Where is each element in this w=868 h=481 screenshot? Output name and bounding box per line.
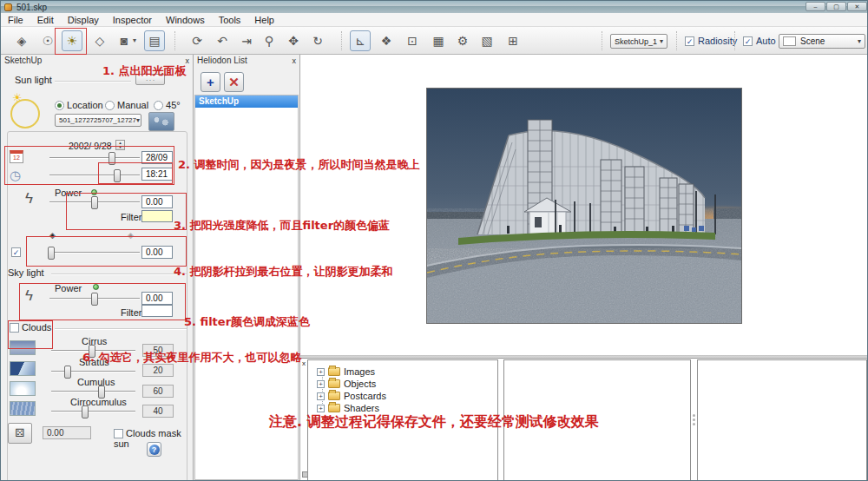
catalog-preview-pane: [697, 359, 867, 481]
camera-settings-icon[interactable]: ⊡: [402, 30, 423, 51]
cirrocumulus-slider[interactable]: [51, 411, 135, 412]
shadow-slider[interactable]: [48, 252, 140, 254]
vertical-splitter-grip[interactable]: [692, 412, 695, 427]
image-icon[interactable]: ▧: [477, 30, 497, 51]
close-button[interactable]: ✕: [847, 2, 867, 11]
menu-edit[interactable]: Edit: [30, 13, 61, 27]
cirrus-slider-thumb[interactable]: [89, 345, 95, 358]
dice-random-button[interactable]: ⚄: [8, 423, 32, 444]
catalog-tree-pane: + Images + Objects + Postcards + Shaders: [307, 359, 498, 481]
close-icon[interactable]: x: [186, 55, 190, 67]
undo-icon[interactable]: ↶: [212, 30, 233, 51]
more-options-button[interactable]: . . .: [135, 74, 165, 85]
date-header: 2002/ 9/28: [69, 141, 112, 151]
shadow-slider-thumb[interactable]: [48, 247, 55, 260]
add-heliodon-button[interactable]: +: [201, 72, 220, 92]
tree-item-shaders[interactable]: + Shaders: [317, 402, 379, 414]
cirrus-slider[interactable]: [51, 350, 135, 352]
help-button[interactable]: ?: [147, 442, 161, 457]
tree-item-objects[interactable]: + Objects: [317, 378, 376, 390]
tree-item-images[interactable]: + Images: [317, 366, 375, 378]
date-field[interactable]: 28/09: [141, 151, 173, 164]
date-spinner[interactable]: ▴▾: [115, 140, 125, 150]
world-map-button[interactable]: [148, 112, 174, 131]
cirrus-thumbnail[interactable]: [10, 340, 36, 355]
shadow-checkbox[interactable]: ✓: [11, 247, 21, 257]
close-icon[interactable]: x: [293, 55, 297, 67]
menu-tools[interactable]: Tools: [212, 13, 248, 27]
resize-nub[interactable]: [302, 471, 308, 478]
time-slider[interactable]: [49, 175, 140, 176]
sky-power-field[interactable]: 0.00: [141, 292, 173, 305]
sky-power-bolt-icon: ϟ: [25, 287, 33, 305]
clouds-checkbox[interactable]: Clouds: [10, 322, 51, 333]
angle45-radio[interactable]: 45°: [154, 100, 181, 110]
zoom-tool-icon[interactable]: ⚲: [259, 30, 279, 51]
cumulus-thumbnail[interactable]: [10, 381, 36, 396]
axes-icon[interactable]: ⊾: [350, 30, 371, 51]
refresh-icon[interactable]: ↻: [307, 30, 328, 51]
stratus-slider[interactable]: [51, 371, 135, 372]
palette-icon[interactable]: ❖: [376, 30, 397, 51]
sky-light-label: Sky light: [8, 267, 48, 278]
cirrocumulus-thumbnail[interactable]: [10, 401, 36, 416]
location-radio[interactable]: Location: [55, 100, 103, 110]
menu-inspector[interactable]: Inspector: [106, 13, 159, 27]
stratus-slider-thumb[interactable]: [64, 366, 71, 379]
maximize-button[interactable]: ▢: [826, 2, 846, 11]
sky-filter-swatch[interactable]: [141, 305, 173, 317]
exit-view-icon[interactable]: ⇥: [236, 30, 257, 51]
close-icon[interactable]: x: [302, 359, 306, 367]
heliodon-list-panel: Heliodon List x + ✕ SketchUp: [194, 55, 300, 481]
settings-gear-icon[interactable]: ⚙: [452, 30, 473, 51]
delete-heliodon-button[interactable]: ✕: [224, 72, 244, 92]
time-field[interactable]: 18:21: [141, 168, 173, 181]
menu-help[interactable]: Help: [247, 13, 281, 27]
radiosity-checkbox[interactable]: ✓ Radiosity: [685, 36, 737, 46]
sun-filter-swatch[interactable]: [141, 210, 173, 222]
menu-display[interactable]: Display: [61, 13, 106, 27]
time-slider-thumb[interactable]: [114, 169, 121, 182]
camera-dropdown-arrow-icon[interactable]: ▾: [129, 30, 140, 51]
sun-power-slider[interactable]: [49, 201, 140, 203]
expand-icon[interactable]: +: [317, 392, 325, 400]
sun-power-slider-thumb[interactable]: [91, 196, 98, 209]
manual-radio[interactable]: Manual: [105, 100, 148, 110]
menu-file[interactable]: File: [1, 13, 30, 27]
light-bulb-icon[interactable]: ☉: [37, 30, 58, 51]
cube-icon[interactable]: ◇: [89, 30, 110, 51]
sky-power-reset-icon[interactable]: [93, 284, 99, 290]
inspector-panel-icon[interactable]: ▤: [144, 30, 165, 51]
minimize-button[interactable]: –: [806, 2, 825, 11]
date-slider-thumb[interactable]: [108, 152, 115, 165]
sky-power-slider-thumb[interactable]: [91, 293, 98, 306]
sun-power-field[interactable]: 0.00: [141, 195, 173, 208]
location-select[interactable]: 501_1272725707_12727 ▾: [55, 114, 141, 127]
orbit-icon[interactable]: ⟳: [187, 30, 207, 51]
sun-power-bolt-icon: ϟ: [25, 190, 33, 208]
scene-select[interactable]: Scene ▾: [779, 34, 865, 49]
catalog-splitter-horizontal[interactable]: [300, 355, 868, 359]
stratus-thumbnail[interactable]: [10, 361, 36, 376]
expand-icon[interactable]: +: [317, 380, 325, 388]
render-preview[interactable]: [426, 88, 742, 324]
image-add-icon[interactable]: ⊞: [503, 30, 523, 51]
crop-icon[interactable]: ▦: [428, 30, 449, 51]
sky-power-slider[interactable]: [49, 298, 140, 300]
shadow-field[interactable]: 0.00: [141, 246, 173, 259]
render-engine-select[interactable]: SketchUp_1 ▾: [610, 34, 667, 49]
sun-panel-icon[interactable]: ☀: [62, 30, 82, 51]
menu-windows[interactable]: Windows: [159, 13, 212, 27]
tree-item-postcards[interactable]: + Postcards: [317, 390, 386, 402]
expand-icon[interactable]: +: [317, 405, 325, 412]
auto-checkbox[interactable]: ✓ Auto: [743, 36, 776, 46]
cumulus-slider[interactable]: [51, 391, 135, 392]
cirrocumulus-value: 40: [142, 405, 174, 418]
expand-icon[interactable]: +: [317, 368, 325, 376]
paint-bucket-icon[interactable]: ◈: [11, 30, 32, 51]
cirrocumulus-slider-thumb[interactable]: [82, 405, 89, 418]
pan-hand-icon[interactable]: ✥: [283, 30, 304, 51]
heliodon-list-item-selected[interactable]: SketchUp: [195, 96, 298, 108]
sun-power-reset-icon[interactable]: [91, 189, 97, 195]
date-slider[interactable]: [49, 157, 140, 159]
